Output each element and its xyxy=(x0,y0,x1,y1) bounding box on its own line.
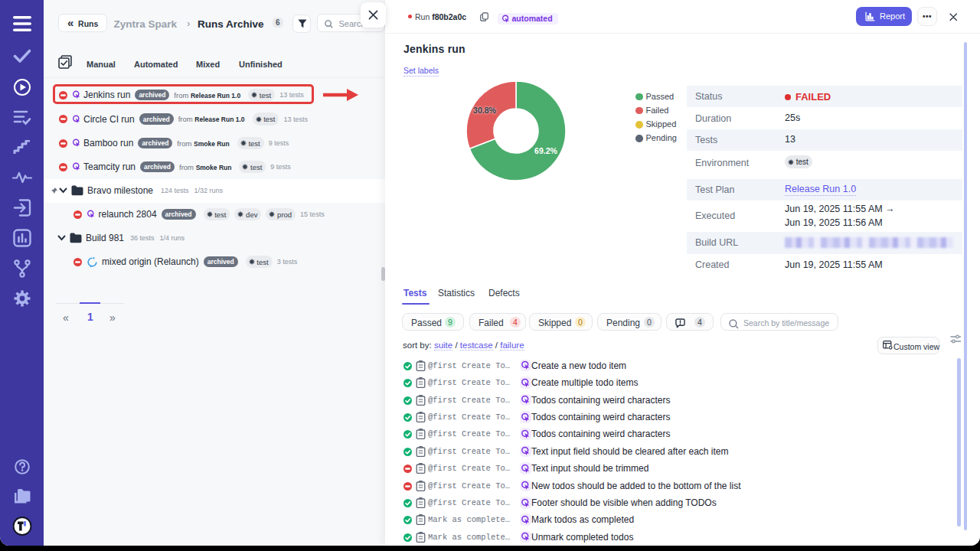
svg-text:69.2%: 69.2% xyxy=(534,146,557,155)
svg-text:30.8%: 30.8% xyxy=(473,106,496,115)
